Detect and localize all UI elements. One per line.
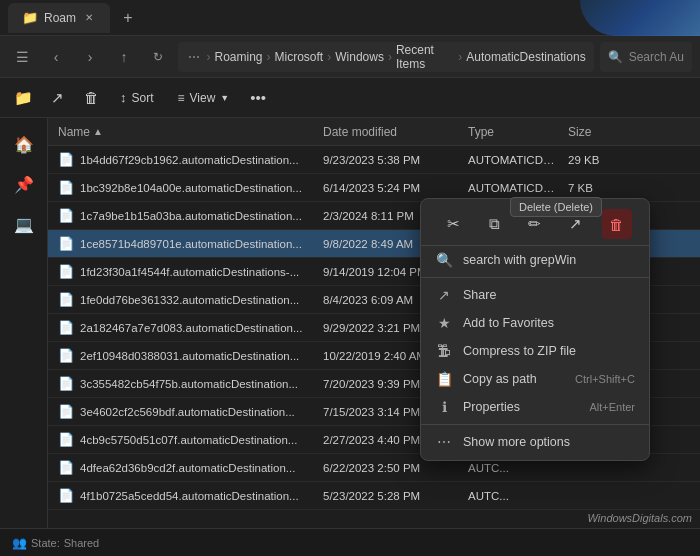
- view-button[interactable]: ≡ View ▼: [168, 83, 240, 113]
- file-icon: 📄: [58, 432, 74, 447]
- file-icon: 📄: [58, 152, 74, 167]
- ctx-share-label: Share: [463, 288, 635, 302]
- col-date-label: Date modified: [323, 125, 397, 139]
- ctx-properties-shortcut: Alt+Enter: [589, 401, 635, 413]
- file-icon: 📄: [58, 404, 74, 419]
- share-icon: ↗: [51, 89, 64, 107]
- file-icon: 📄: [58, 208, 74, 223]
- ctx-grepwin-label: search with grepWin: [463, 253, 635, 267]
- file-icon: 📄: [58, 180, 74, 195]
- forward-button[interactable]: ›: [76, 43, 104, 71]
- status-state-icon: 👥: [12, 536, 27, 550]
- col-name-label: Name: [58, 125, 90, 139]
- file-date: 6/22/2023 2:50 PM: [317, 462, 462, 474]
- file-size: 7 KB: [562, 182, 642, 194]
- active-tab[interactable]: 📁 Roam ✕: [8, 3, 110, 33]
- ctx-copy-path-item[interactable]: 📋 Copy as path Ctrl+Shift+C: [421, 365, 649, 393]
- search-label: Search Au: [629, 50, 684, 64]
- file-name: 1fd23f30a1f4544f.automaticDestinations-.…: [80, 266, 299, 278]
- nav-pane-toggle[interactable]: ☰: [8, 43, 36, 71]
- breadcrumb-expand[interactable]: ⋯: [186, 47, 203, 67]
- new-folder-button[interactable]: 📁: [8, 83, 38, 113]
- context-menu: ✂ ⧉ ✏ ↗ 🗑 🔍 search with grepWin ↗ Share …: [420, 198, 650, 461]
- status-bar: 👥 State: Shared: [0, 528, 700, 556]
- up-button[interactable]: ↑: [110, 43, 138, 71]
- col-name[interactable]: Name ▲: [52, 125, 317, 139]
- table-row[interactable]: 📄 1b4dd67f29cb1962.automaticDestination.…: [48, 146, 700, 174]
- ctx-separator-2: [421, 424, 649, 425]
- file-name: 4cb9c5750d51c07f.automaticDestination...: [80, 434, 297, 446]
- sort-icon: ↕: [120, 90, 127, 105]
- file-name: 4dfea62d36b9cd2f.automaticDestination...: [80, 462, 295, 474]
- file-name: 4f1b0725a5cedd54.automaticDestination...: [80, 490, 299, 502]
- ctx-copy-button[interactable]: ⧉: [479, 209, 509, 239]
- breadcrumb-automaticdestinations[interactable]: AutomaticDestinations: [466, 50, 585, 64]
- ctx-more-icon: ⋯: [435, 434, 453, 450]
- file-date: 6/14/2023 5:24 PM: [317, 182, 462, 194]
- tab-area: 📁 Roam ✕ +: [8, 3, 142, 33]
- col-date-modified[interactable]: Date modified: [317, 125, 462, 139]
- refresh-button[interactable]: ↻: [144, 43, 172, 71]
- watermark: WindowsDigitals.com: [588, 512, 692, 524]
- file-date: 5/23/2022 5:28 PM: [317, 490, 462, 502]
- file-icon: 📄: [58, 264, 74, 279]
- ctx-properties-item[interactable]: ℹ Properties Alt+Enter: [421, 393, 649, 421]
- breadcrumb[interactable]: ⋯ › Roaming › Microsoft › Windows › Rece…: [178, 42, 594, 72]
- status-badge: 👥 State: Shared: [12, 536, 99, 550]
- col-type-label: Type: [468, 125, 494, 139]
- nav-home[interactable]: 🏠: [6, 126, 42, 162]
- col-size[interactable]: Size: [562, 125, 642, 139]
- share-button[interactable]: ↗: [42, 83, 72, 113]
- col-type[interactable]: Type: [462, 125, 562, 139]
- tab-close-button[interactable]: ✕: [82, 11, 96, 25]
- file-name: 3c355482cb54f75b.automaticDestination...: [80, 378, 298, 390]
- ctx-copy-path-icon: 📋: [435, 371, 453, 387]
- delete-tooltip-text: Delete (Delete): [519, 201, 593, 213]
- file-name: 3e4602cf2c569bdf.automaticDestination...: [80, 406, 295, 418]
- ctx-more-options-item[interactable]: ⋯ Show more options: [421, 428, 649, 456]
- ctx-delete-button[interactable]: 🗑: [602, 209, 632, 239]
- table-row[interactable]: 📄 4f1b0725a5cedd54.automaticDestination.…: [48, 482, 700, 510]
- file-icon: 📄: [58, 376, 74, 391]
- breadcrumb-microsoft[interactable]: Microsoft: [275, 50, 324, 64]
- ctx-properties-label: Properties: [463, 400, 579, 414]
- col-sort-icon: ▲: [93, 126, 103, 137]
- delete-button[interactable]: 🗑: [76, 83, 106, 113]
- file-date: 9/23/2023 5:38 PM: [317, 154, 462, 166]
- nav-pin[interactable]: 📌: [6, 166, 42, 202]
- delete-icon: 🗑: [84, 89, 99, 106]
- ctx-favorites-label: Add to Favorites: [463, 316, 635, 330]
- title-bar: 📁 Roam ✕ +: [0, 0, 700, 36]
- ctx-share-menu-icon: ↗: [435, 287, 453, 303]
- ctx-compress-label: Compress to ZIP file: [463, 344, 635, 358]
- ctx-grepwin-item[interactable]: 🔍 search with grepWin: [421, 246, 649, 274]
- file-name: 1c7a9be1b15a03ba.automaticDestination...: [80, 210, 302, 222]
- new-tab-button[interactable]: +: [114, 4, 142, 32]
- address-bar: ☰ ‹ › ↑ ↻ ⋯ › Roaming › Microsoft › Wind…: [0, 36, 700, 78]
- toolbar: 📁 ↗ 🗑 ↕ Sort ≡ View ▼ •••: [0, 78, 700, 118]
- tab-label: Roam: [44, 11, 76, 25]
- file-icon: 📄: [58, 236, 74, 251]
- breadcrumb-recent-items[interactable]: Recent Items: [396, 43, 454, 71]
- file-name: 1ce8571b4d89701e.automaticDestination...: [80, 238, 302, 250]
- file-name: 2a182467a7e7d083.automaticDestination...: [80, 322, 303, 334]
- file-icon: 📄: [58, 460, 74, 475]
- more-options-button[interactable]: •••: [243, 83, 273, 113]
- file-type: AUTC...: [462, 490, 562, 502]
- search-box[interactable]: 🔍 Search Au: [600, 42, 692, 72]
- breadcrumb-roaming[interactable]: Roaming: [215, 50, 263, 64]
- breadcrumb-windows[interactable]: Windows: [335, 50, 384, 64]
- ctx-cut-button[interactable]: ✂: [438, 209, 468, 239]
- watermark-text: WindowsDigitals.com: [588, 512, 692, 524]
- nav-pc[interactable]: 💻: [6, 206, 42, 242]
- ctx-compress-item[interactable]: 🗜 Compress to ZIP file: [421, 337, 649, 365]
- view-icon: ≡: [178, 91, 185, 105]
- ctx-favorites-item[interactable]: ★ Add to Favorites: [421, 309, 649, 337]
- back-button[interactable]: ‹: [42, 43, 70, 71]
- ctx-copy-path-label: Copy as path: [463, 372, 565, 386]
- file-type: AUTC...: [462, 462, 562, 474]
- sort-button[interactable]: ↕ Sort: [110, 83, 164, 113]
- ctx-more-label: Show more options: [463, 435, 635, 449]
- ctx-separator: [421, 277, 649, 278]
- ctx-share-item[interactable]: ↗ Share: [421, 281, 649, 309]
